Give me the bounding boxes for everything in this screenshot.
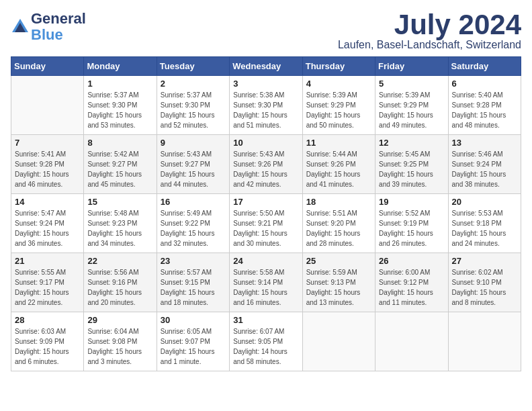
day-number: 1 <box>87 79 152 89</box>
logo-icon <box>11 17 30 36</box>
week-row-5: 28Sunrise: 6:03 AM Sunset: 9:09 PM Dayli… <box>11 312 521 371</box>
day-number: 28 <box>15 315 80 325</box>
day-number: 8 <box>87 138 152 148</box>
calendar-header-row: SundayMondayTuesdayWednesdayThursdayFrid… <box>11 57 521 76</box>
calendar-cell: 19Sunrise: 5:52 AM Sunset: 9:19 PM Dayli… <box>375 194 448 253</box>
week-row-4: 21Sunrise: 5:55 AM Sunset: 9:17 PM Dayli… <box>11 253 521 312</box>
day-number: 12 <box>379 138 444 148</box>
calendar-cell: 25Sunrise: 5:59 AM Sunset: 9:13 PM Dayli… <box>302 253 375 312</box>
day-number: 31 <box>233 315 298 325</box>
day-info: Sunrise: 5:56 AM Sunset: 9:16 PM Dayligh… <box>87 267 152 308</box>
day-number: 23 <box>161 256 226 266</box>
day-info: Sunrise: 5:44 AM Sunset: 9:26 PM Dayligh… <box>306 149 371 189</box>
week-row-1: 1Sunrise: 5:37 AM Sunset: 9:30 PM Daylig… <box>11 76 521 135</box>
calendar-cell: 8Sunrise: 5:42 AM Sunset: 9:27 PM Daylig… <box>84 135 157 194</box>
week-row-3: 14Sunrise: 5:47 AM Sunset: 9:24 PM Dayli… <box>11 194 521 253</box>
logo-blue-text: Blue <box>31 26 63 43</box>
calendar-header-tuesday: Tuesday <box>157 57 229 76</box>
calendar-header-friday: Friday <box>375 57 448 76</box>
day-number: 5 <box>379 79 444 89</box>
calendar-cell: 23Sunrise: 5:57 AM Sunset: 9:15 PM Dayli… <box>157 253 229 312</box>
day-number: 14 <box>15 197 80 207</box>
title-block: July 2024 Laufen, Basel-Landschaft, Swit… <box>338 11 521 51</box>
calendar-header-wednesday: Wednesday <box>230 57 302 76</box>
day-info: Sunrise: 5:39 AM Sunset: 9:29 PM Dayligh… <box>306 90 371 130</box>
day-info: Sunrise: 5:48 AM Sunset: 9:23 PM Dayligh… <box>87 208 152 248</box>
day-info: Sunrise: 5:37 AM Sunset: 9:30 PM Dayligh… <box>161 90 226 130</box>
calendar-header-thursday: Thursday <box>302 57 375 76</box>
day-info: Sunrise: 5:38 AM Sunset: 9:30 PM Dayligh… <box>233 90 298 130</box>
calendar-cell: 13Sunrise: 5:46 AM Sunset: 9:24 PM Dayli… <box>448 135 521 194</box>
day-number: 17 <box>233 197 298 207</box>
calendar-header-sunday: Sunday <box>11 57 84 76</box>
logo: General Blue <box>11 11 86 43</box>
calendar-cell: 4Sunrise: 5:39 AM Sunset: 9:29 PM Daylig… <box>302 76 375 135</box>
calendar-cell <box>11 76 84 135</box>
day-info: Sunrise: 6:05 AM Sunset: 9:07 PM Dayligh… <box>161 326 226 367</box>
location-title: Laufen, Basel-Landschaft, Switzerland <box>338 39 521 51</box>
calendar-cell: 24Sunrise: 5:58 AM Sunset: 9:14 PM Dayli… <box>230 253 302 312</box>
day-info: Sunrise: 5:43 AM Sunset: 9:27 PM Dayligh… <box>161 149 226 189</box>
calendar-table: SundayMondayTuesdayWednesdayThursdayFrid… <box>11 56 521 371</box>
calendar-cell: 17Sunrise: 5:50 AM Sunset: 9:21 PM Dayli… <box>230 194 302 253</box>
month-title: July 2024 <box>338 11 521 39</box>
day-number: 25 <box>306 256 371 266</box>
day-number: 10 <box>233 138 298 148</box>
day-number: 29 <box>87 315 152 325</box>
day-number: 13 <box>452 138 517 148</box>
calendar-cell: 20Sunrise: 5:53 AM Sunset: 9:18 PM Dayli… <box>448 194 521 253</box>
calendar-cell: 6Sunrise: 5:40 AM Sunset: 9:28 PM Daylig… <box>448 76 521 135</box>
day-info: Sunrise: 5:51 AM Sunset: 9:20 PM Dayligh… <box>306 208 371 248</box>
day-info: Sunrise: 5:37 AM Sunset: 9:30 PM Dayligh… <box>87 90 152 130</box>
calendar-cell: 10Sunrise: 5:43 AM Sunset: 9:26 PM Dayli… <box>230 135 302 194</box>
day-number: 18 <box>306 197 371 207</box>
day-number: 27 <box>452 256 517 266</box>
day-info: Sunrise: 6:00 AM Sunset: 9:12 PM Dayligh… <box>379 267 444 308</box>
calendar-cell: 14Sunrise: 5:47 AM Sunset: 9:24 PM Dayli… <box>11 194 84 253</box>
calendar-header-saturday: Saturday <box>448 57 521 76</box>
day-info: Sunrise: 5:39 AM Sunset: 9:29 PM Dayligh… <box>379 90 444 130</box>
day-info: Sunrise: 5:45 AM Sunset: 9:25 PM Dayligh… <box>379 149 444 189</box>
calendar-cell: 3Sunrise: 5:38 AM Sunset: 9:30 PM Daylig… <box>230 76 302 135</box>
calendar-cell: 15Sunrise: 5:48 AM Sunset: 9:23 PM Dayli… <box>84 194 157 253</box>
day-info: Sunrise: 5:59 AM Sunset: 9:13 PM Dayligh… <box>306 267 371 308</box>
calendar-cell: 1Sunrise: 5:37 AM Sunset: 9:30 PM Daylig… <box>84 76 157 135</box>
calendar-cell: 30Sunrise: 6:05 AM Sunset: 9:07 PM Dayli… <box>157 312 229 371</box>
calendar-cell: 16Sunrise: 5:49 AM Sunset: 9:22 PM Dayli… <box>157 194 229 253</box>
calendar-cell <box>302 312 375 371</box>
day-number: 2 <box>161 79 226 89</box>
calendar-header-monday: Monday <box>84 57 157 76</box>
day-info: Sunrise: 5:52 AM Sunset: 9:19 PM Dayligh… <box>379 208 444 248</box>
day-number: 11 <box>306 138 371 148</box>
day-number: 9 <box>161 138 226 148</box>
calendar-cell <box>375 312 448 371</box>
calendar-cell <box>448 312 521 371</box>
day-number: 6 <box>452 79 517 89</box>
day-number: 4 <box>306 79 371 89</box>
day-info: Sunrise: 5:57 AM Sunset: 9:15 PM Dayligh… <box>161 267 226 308</box>
calendar-cell: 31Sunrise: 6:07 AM Sunset: 9:05 PM Dayli… <box>230 312 302 371</box>
day-number: 20 <box>452 197 517 207</box>
calendar-cell: 11Sunrise: 5:44 AM Sunset: 9:26 PM Dayli… <box>302 135 375 194</box>
calendar-cell: 22Sunrise: 5:56 AM Sunset: 9:16 PM Dayli… <box>84 253 157 312</box>
day-number: 19 <box>379 197 444 207</box>
calendar-cell: 2Sunrise: 5:37 AM Sunset: 9:30 PM Daylig… <box>157 76 229 135</box>
day-info: Sunrise: 5:55 AM Sunset: 9:17 PM Dayligh… <box>15 267 80 308</box>
day-info: Sunrise: 6:03 AM Sunset: 9:09 PM Dayligh… <box>15 326 80 367</box>
day-info: Sunrise: 5:49 AM Sunset: 9:22 PM Dayligh… <box>161 208 226 248</box>
day-number: 21 <box>15 256 80 266</box>
day-info: Sunrise: 6:04 AM Sunset: 9:08 PM Dayligh… <box>87 326 152 367</box>
calendar-cell: 28Sunrise: 6:03 AM Sunset: 9:09 PM Dayli… <box>11 312 84 371</box>
day-number: 26 <box>379 256 444 266</box>
day-info: Sunrise: 5:50 AM Sunset: 9:21 PM Dayligh… <box>233 208 298 248</box>
day-number: 22 <box>87 256 152 266</box>
day-info: Sunrise: 5:53 AM Sunset: 9:18 PM Dayligh… <box>452 208 517 248</box>
day-number: 16 <box>161 197 226 207</box>
page-header: General Blue July 2024 Laufen, Basel-Lan… <box>11 11 521 51</box>
day-info: Sunrise: 6:07 AM Sunset: 9:05 PM Dayligh… <box>233 326 298 367</box>
calendar-cell: 21Sunrise: 5:55 AM Sunset: 9:17 PM Dayli… <box>11 253 84 312</box>
day-info: Sunrise: 5:42 AM Sunset: 9:27 PM Dayligh… <box>87 149 152 189</box>
week-row-2: 7Sunrise: 5:41 AM Sunset: 9:28 PM Daylig… <box>11 135 521 194</box>
calendar-cell: 29Sunrise: 6:04 AM Sunset: 9:08 PM Dayli… <box>84 312 157 371</box>
day-info: Sunrise: 5:58 AM Sunset: 9:14 PM Dayligh… <box>233 267 298 308</box>
